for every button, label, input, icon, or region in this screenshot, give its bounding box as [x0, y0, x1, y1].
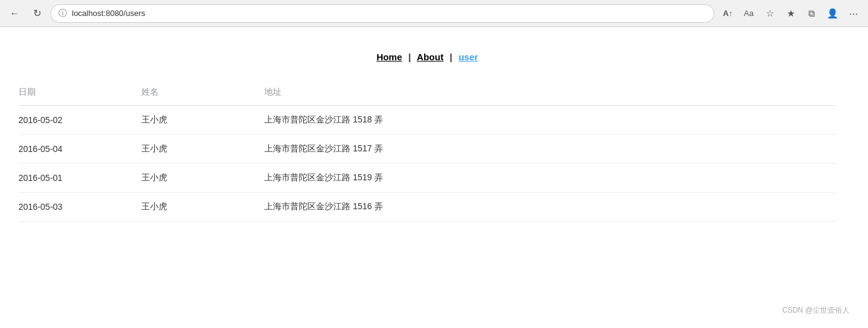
collections-button[interactable]: ⧉	[803, 5, 820, 22]
col-header-address: 地址	[264, 81, 836, 106]
info-icon: ⓘ	[58, 8, 67, 19]
add-favorites-button[interactable]: ☆	[761, 5, 778, 22]
cell-address: 上海市普陀区金沙江路 1518 弄	[264, 106, 836, 135]
data-table: 日期 姓名 地址 2016-05-02王小虎上海市普陀区金沙江路 1518 弄2…	[18, 81, 836, 222]
cell-address: 上海市普陀区金沙江路 1516 弄	[264, 193, 836, 222]
browser-actions: A↑ Aa ☆ ★ ⧉ 👤 ⋯	[719, 5, 862, 22]
reload-button[interactable]: ↻	[28, 5, 45, 22]
cell-name: 王小虎	[141, 135, 264, 164]
nav-user-link[interactable]: user	[459, 52, 478, 62]
read-aloud-button[interactable]: A↑	[719, 5, 736, 22]
cell-name: 王小虎	[141, 193, 264, 222]
favorites-button[interactable]: ★	[782, 5, 799, 22]
cell-address: 上海市普陀区金沙江路 1519 弄	[264, 164, 836, 193]
cell-date: 2016-05-01	[18, 164, 141, 193]
cell-date: 2016-05-03	[18, 193, 141, 222]
table-row: 2016-05-03王小虎上海市普陀区金沙江路 1516 弄	[18, 193, 836, 222]
nav-about-link[interactable]: About	[417, 52, 443, 62]
nav-bar: Home | About | user	[18, 39, 836, 81]
address-bar[interactable]: ⓘ localhost:8080/users	[50, 4, 714, 23]
nav-sep-2: |	[450, 52, 452, 62]
more-button[interactable]: ⋯	[845, 5, 862, 22]
cell-address: 上海市普陀区金沙江路 1517 弄	[264, 135, 836, 164]
table-body: 2016-05-02王小虎上海市普陀区金沙江路 1518 弄2016-05-04…	[18, 106, 836, 222]
nav-home-link[interactable]: Home	[376, 52, 402, 62]
table-row: 2016-05-01王小虎上海市普陀区金沙江路 1519 弄	[18, 164, 836, 193]
table-header-row: 日期 姓名 地址	[18, 81, 836, 106]
url-text: localhost:8080/users	[72, 9, 145, 18]
profile-button[interactable]: 👤	[824, 5, 841, 22]
table-head: 日期 姓名 地址	[18, 81, 836, 106]
col-header-name: 姓名	[141, 81, 264, 106]
watermark: CSDN @尘世壹俗人	[782, 305, 850, 316]
cell-date: 2016-05-04	[18, 135, 141, 164]
col-header-date: 日期	[18, 81, 141, 106]
reader-view-button[interactable]: Aa	[740, 5, 757, 22]
page-content: Home | About | user 日期 姓名 地址 2016-05-02王…	[0, 27, 854, 234]
cell-name: 王小虎	[141, 164, 264, 193]
back-button[interactable]: ←	[6, 5, 23, 22]
cell-date: 2016-05-02	[18, 106, 141, 135]
cell-name: 王小虎	[141, 106, 264, 135]
table-row: 2016-05-02王小虎上海市普陀区金沙江路 1518 弄	[18, 106, 836, 135]
table-row: 2016-05-04王小虎上海市普陀区金沙江路 1517 弄	[18, 135, 836, 164]
browser-chrome: ← ↻ ⓘ localhost:8080/users A↑ Aa ☆ ★ ⧉ 👤…	[0, 0, 868, 27]
nav-sep-1: |	[408, 52, 411, 62]
